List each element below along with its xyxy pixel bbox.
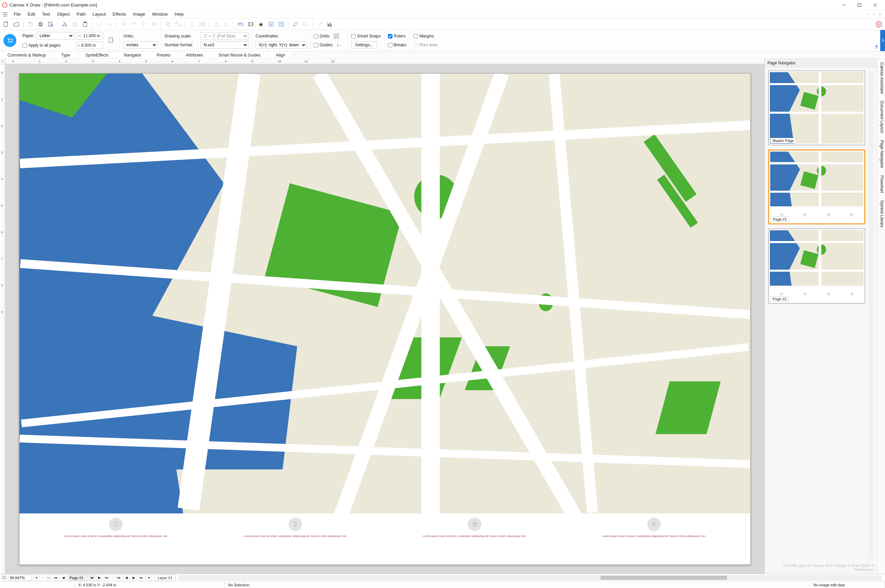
layer-down-icon [139, 20, 149, 29]
drawing-scale-select[interactable]: 1" = 1" (Full Size) [201, 32, 248, 40]
layer-next-button[interactable]: ▶ [131, 575, 137, 581]
menu-layout[interactable]: Layout [89, 11, 109, 17]
layer-prev-button[interactable]: ◀ [123, 575, 129, 581]
edit-tool-icon[interactable] [291, 20, 300, 29]
page-thumbnail[interactable]: Page #2 [768, 228, 865, 303]
layer-first-button[interactable]: ⏮ [116, 575, 122, 581]
settings-button[interactable]: Settings... [351, 41, 377, 49]
menu-object[interactable]: Object [54, 11, 73, 17]
menu-effects[interactable]: Effects [109, 11, 130, 17]
page-thumbnail[interactable]: Page #1 [768, 150, 865, 224]
units-select[interactable]: inches [123, 41, 157, 49]
menu-edit[interactable]: Edit [24, 11, 39, 17]
menu-file[interactable]: File [10, 11, 24, 17]
export-icon[interactable] [276, 20, 286, 29]
next-page-button[interactable]: ▶ [96, 575, 102, 581]
help-icon[interactable]: ? [875, 44, 878, 50]
card-trophy: Lorem ipsum dolor sit amet, consectetur … [216, 518, 374, 562]
zoom-input[interactable] [9, 575, 32, 581]
menu-help[interactable]: Help [171, 11, 187, 17]
number-format-select[interactable]: N.xx3 [201, 41, 248, 49]
print-icon[interactable] [36, 20, 45, 29]
last-page-button[interactable]: ⏭ [104, 575, 110, 581]
page-navigator-scrollbar[interactable] [868, 70, 873, 558]
page-icon[interactable]: ▭ [45, 575, 51, 581]
page-select[interactable]: Page #1 [68, 575, 95, 581]
orientation-icon[interactable] [107, 36, 116, 45]
grids-settings-icon[interactable] [331, 32, 341, 41]
layer-menu-button[interactable]: ▾ [146, 575, 152, 581]
tab-type[interactable]: Type [54, 51, 78, 58]
coordinates-select[interactable]: X(+): right, Y(+): down [255, 41, 307, 49]
chart-icon[interactable] [325, 20, 335, 29]
maximize-button[interactable] [852, 0, 867, 10]
svg-point-0 [2, 3, 7, 8]
smart-snaps-checkbox[interactable] [351, 34, 356, 39]
first-page-button[interactable]: ⏮ [53, 575, 59, 581]
drawing-scale-label: Drawing scale: [165, 34, 198, 39]
side-tab-page-navigator[interactable]: Page Navigator [877, 136, 885, 172]
svg-rect-2 [858, 3, 861, 6]
hamburger-menu[interactable] [2, 10, 9, 18]
tab-spriteeffects[interactable]: SpriteEffects [78, 51, 117, 58]
ribbon-collapse-handle[interactable] [880, 30, 885, 51]
menu-bar: File Edit Text Object Path Layout Effect… [0, 10, 885, 18]
menu-image[interactable]: Image [129, 11, 149, 17]
open-icon[interactable] [12, 20, 21, 29]
favorite-icon[interactable] [256, 20, 266, 29]
tab-presets[interactable]: Presets [149, 51, 179, 58]
undo-icon [95, 20, 104, 29]
prev-page-button[interactable]: ◀ [60, 575, 66, 581]
page-width-input[interactable]: ↔11.000 in [76, 32, 103, 39]
image-edit-status: No image edit data [810, 582, 885, 588]
document-page[interactable]: Lorem ipsum dolor sit amet, consectetur … [19, 73, 751, 565]
guides-settings-icon[interactable] [335, 40, 344, 50]
margins-checkbox[interactable] [413, 34, 418, 39]
vertical-ruler[interactable]: 0123456789 [0, 64, 6, 574]
horizontal-ruler[interactable]: 0123456789101112 [6, 59, 765, 64]
new-doc-icon[interactable] [2, 20, 11, 29]
apply-all-pages-checkbox[interactable] [23, 43, 27, 48]
page-thumbnail[interactable]: Master Page [768, 70, 865, 146]
layer-last-button[interactable]: ⏭ [138, 575, 144, 581]
side-tab-canvas-assistant[interactable]: Canvas Assistant [877, 59, 885, 98]
cart-button[interactable] [3, 34, 17, 47]
tab-navigator[interactable]: Navigator [117, 51, 149, 58]
cut-icon[interactable] [60, 20, 69, 29]
page-height-input[interactable]: ↕8.500 in [76, 42, 103, 49]
side-tab-symbol-library[interactable]: Symbol Library [877, 197, 885, 231]
tab-smartmouse[interactable]: Smart Mouse & Guides [211, 51, 269, 58]
grids-checkbox[interactable] [314, 34, 318, 39]
breaks-checkbox[interactable] [388, 43, 392, 47]
title-bar: Canvas X Draw - [FileInfo.com Example.cv… [0, 0, 885, 10]
guides-checkbox[interactable] [314, 43, 318, 47]
menu-path[interactable]: Path [73, 11, 89, 17]
tab-attributes[interactable]: Attributes [179, 51, 211, 58]
paste-icon[interactable] [80, 20, 90, 29]
tab-align[interactable]: Align [269, 51, 293, 58]
layer-name[interactable]: Layer #1 [155, 575, 176, 581]
film-icon[interactable] [246, 20, 255, 29]
doc-max-icon[interactable]: ▫ [871, 12, 876, 16]
ruler-corner[interactable]: in [0, 59, 6, 64]
menu-text[interactable]: Text [39, 11, 54, 17]
zoom-dropdown[interactable]: ▾ [33, 575, 39, 581]
close-button[interactable] [867, 0, 883, 10]
doc-min-icon[interactable]: – [865, 12, 870, 16]
rulers-checkbox[interactable] [388, 34, 392, 39]
paper-select[interactable]: Letter [36, 32, 74, 39]
doc-close-icon[interactable]: × [877, 12, 882, 16]
print-preview-icon[interactable] [46, 20, 56, 29]
horizontal-scrollbar[interactable] [179, 575, 882, 580]
side-tab-document-layout[interactable]: Document Layout [877, 98, 885, 136]
tab-comments[interactable]: Comments & Markup [0, 51, 54, 58]
menu-window[interactable]: Window [149, 11, 171, 17]
import-icon[interactable] [266, 20, 276, 29]
brand-logo-icon[interactable] [874, 20, 883, 29]
canvas-viewport[interactable]: Lorem ipsum dolor sit amet, consectetur … [6, 64, 765, 574]
minimize-button[interactable] [836, 0, 852, 10]
ruler-tool-icon[interactable] [236, 20, 245, 29]
trophy-icon [288, 518, 302, 531]
side-tab-flowchart[interactable]: Flowchart [877, 172, 885, 197]
zoom-tool-icon[interactable] [2, 575, 8, 581]
